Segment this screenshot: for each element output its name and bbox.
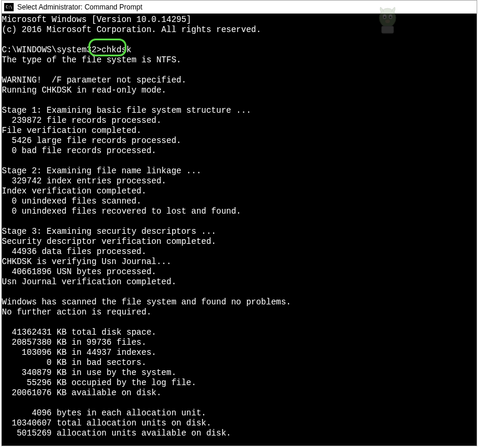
terminal-output[interactable]: Microsoft Windows [Version 10.0.14295] (… <box>2 14 477 446</box>
window-title: Select Administrator: Command Prompt <box>17 3 142 11</box>
titlebar[interactable]: C:\ Select Administrator: Command Prompt <box>2 1 477 14</box>
cmd-icon: C:\ <box>4 3 14 11</box>
cmd-icon-text: C:\ <box>5 5 12 9</box>
command-prompt-window: C:\ Select Administrator: Command Prompt… <box>1 0 477 446</box>
